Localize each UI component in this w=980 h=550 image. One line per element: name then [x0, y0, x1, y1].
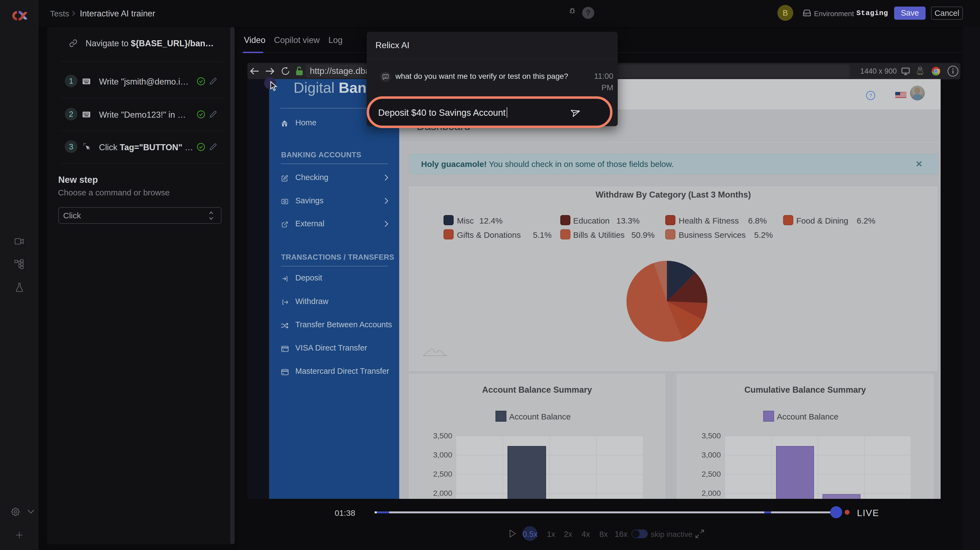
svg-text:?: ? [869, 93, 872, 99]
